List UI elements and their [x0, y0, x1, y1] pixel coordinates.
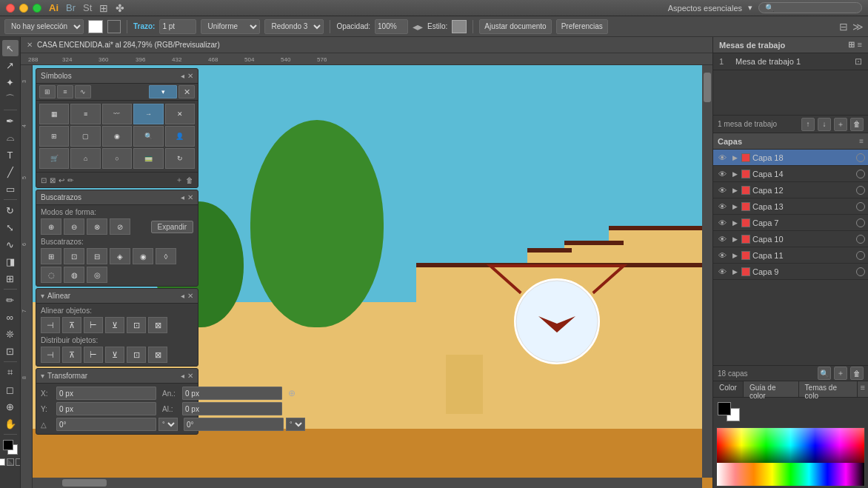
circle-capa7[interactable]	[856, 218, 865, 227]
symbol-1[interactable]: ▦	[39, 104, 69, 124]
sym-place-icon[interactable]: ⊡	[41, 176, 47, 184]
buscatrazos-close-icon[interactable]: ✕	[187, 193, 193, 201]
arrow-capa11[interactable]: ▶	[730, 251, 739, 260]
eye-capa7[interactable]: 👁	[716, 217, 728, 229]
gradient-tool[interactable]: ◨	[2, 253, 19, 270]
symbol-10[interactable]: 👤	[165, 126, 195, 147]
link-icon[interactable]: ⊕	[288, 387, 296, 400]
maximize-button[interactable]	[33, 4, 41, 13]
layer-row-capa13[interactable]: 👁 ▶ Capa 13	[713, 198, 868, 215]
sym-edit-icon[interactable]: ✏	[67, 176, 73, 184]
color-spectrum[interactable]	[716, 427, 865, 487]
artboards-options-icon[interactable]: ≡	[858, 40, 862, 50]
selection-tool[interactable]: ↖	[2, 40, 19, 56]
sym-btn-1[interactable]: ⊞	[39, 85, 56, 98]
symbol-14[interactable]: 🚃	[133, 148, 163, 169]
fill-mode-gradient[interactable]	[7, 458, 14, 466]
buscatrazos-header[interactable]: Buscatrazos ◂ ✕	[36, 190, 198, 205]
workspace-label[interactable]: Aspectos esenciales	[668, 4, 742, 13]
busca-shape-8[interactable]: ◍	[64, 267, 84, 283]
minimize-button[interactable]	[19, 4, 28, 13]
eye-capa18[interactable]: 👁	[716, 152, 728, 164]
arrow-capa10[interactable]: ▶	[730, 235, 739, 244]
symbol-9[interactable]: 🔍	[133, 126, 163, 147]
sym-break-icon[interactable]: ⊠	[50, 176, 56, 184]
align-bottom[interactable]: ⊠	[148, 317, 167, 333]
layers-options-icon[interactable]: ≡	[859, 137, 864, 145]
warp-tool[interactable]: ∿	[2, 236, 19, 253]
hue-bar[interactable]	[717, 463, 864, 486]
fg-color-box[interactable]	[718, 402, 731, 415]
x-input[interactable]	[56, 387, 156, 400]
symbol-15[interactable]: ↻	[165, 148, 195, 169]
arrow-capa14[interactable]: ▶	[730, 170, 739, 178]
eraser-tool[interactable]: ◻	[2, 381, 19, 398]
circle-capa10[interactable]	[856, 235, 865, 244]
dist-1[interactable]: ⊣	[41, 347, 60, 363]
arrow-capa13[interactable]: ▶	[730, 202, 739, 211]
align-top[interactable]: ⊻	[105, 317, 124, 333]
expandir-btn[interactable]: Expandir	[151, 221, 193, 233]
circle-capa18[interactable]	[856, 153, 865, 162]
align-hcenter[interactable]: ⊼	[62, 317, 81, 333]
symbol-8[interactable]: ◉	[102, 126, 132, 147]
symbol-12[interactable]: ⌂	[70, 148, 100, 169]
sym-reset-icon[interactable]: ↩	[59, 176, 64, 184]
layer-row-capa11[interactable]: 👁 ▶ Capa 11	[713, 247, 868, 264]
modo-btn-2[interactable]: ⊖	[64, 218, 84, 235]
estilo-color[interactable]	[452, 20, 467, 33]
canvas-tab-close[interactable]: ✕	[27, 41, 33, 49]
tab-color[interactable]: Color	[713, 381, 744, 397]
layer-row-capa14[interactable]: 👁 ▶ Capa 14	[713, 166, 868, 182]
artboards-sort-icon[interactable]: ⊞	[848, 40, 855, 50]
artboard-delete[interactable]: 🗑	[850, 118, 864, 131]
rectangle-tool[interactable]: ▭	[2, 181, 19, 197]
layer-find-icon[interactable]: 🔍	[818, 367, 831, 380]
eyedropper-tool[interactable]: ✏	[2, 292, 19, 308]
lasso-tool[interactable]: ⌒	[2, 91, 19, 107]
transformar-expand-icon[interactable]: ◂	[181, 372, 184, 380]
symbol-sprayer-tool[interactable]: ❊	[2, 326, 19, 342]
tab-temas[interactable]: Temas de colo	[799, 381, 858, 397]
alinear-collapse-icon[interactable]: ▾	[41, 292, 44, 300]
align-vcenter[interactable]: ⊡	[127, 317, 146, 333]
busca-shape-7[interactable]: ◌	[41, 267, 61, 283]
simbolos-expand-icon[interactable]: ◂	[181, 72, 184, 80]
transformar-close-icon[interactable]: ✕	[187, 372, 193, 380]
dist-5[interactable]: ⊡	[127, 347, 146, 363]
symbol-5[interactable]: ✕	[165, 104, 195, 124]
sym-delete-icon[interactable]: 🗑	[186, 176, 193, 184]
busca-shape-1[interactable]: ⊞	[41, 248, 61, 264]
stroke-style-select[interactable]: Uniforme	[201, 19, 260, 34]
angle1-unit[interactable]: °	[158, 418, 178, 431]
scrollbar-thumb-h[interactable]	[62, 479, 107, 487]
symbol-6[interactable]: ⊞	[39, 126, 69, 147]
artboard-reorder-icon[interactable]: ⊡	[855, 56, 862, 67]
more-options-icon[interactable]: ≫	[852, 21, 864, 33]
layer-row-capa10[interactable]: 👁 ▶ Capa 10	[713, 231, 868, 247]
color-panel-options[interactable]: ≡	[858, 381, 868, 397]
hand-tool[interactable]: ✋	[2, 415, 19, 432]
type-tool[interactable]: T	[2, 147, 19, 163]
rotate-tool[interactable]: ↻	[2, 202, 19, 218]
sym-add-icon[interactable]: ＋	[176, 175, 183, 185]
eye-capa14[interactable]: 👁	[716, 168, 728, 180]
arrow-capa9[interactable]: ▶	[730, 267, 739, 276]
symbol-11[interactable]: 🛒	[39, 148, 69, 169]
layer-row-capa7[interactable]: 👁 ▶ Capa 7	[713, 215, 868, 231]
busca-shape-9[interactable]: ◎	[87, 267, 107, 283]
fill-stroke-indicator[interactable]	[1, 438, 19, 456]
align-right[interactable]: ⊢	[84, 317, 103, 333]
eye-capa11[interactable]: 👁	[716, 250, 728, 261]
angle2-unit[interactable]: °	[286, 418, 305, 431]
direct-selection-tool[interactable]: ↗	[2, 57, 19, 73]
symbol-4-active[interactable]: →	[133, 104, 163, 124]
eye-capa13[interactable]: 👁	[716, 201, 728, 213]
artboard-tool[interactable]: ⊡	[2, 343, 19, 359]
modo-btn-3[interactable]: ⊗	[87, 218, 107, 235]
busca-shape-6[interactable]: ◊	[156, 248, 176, 264]
al-input[interactable]	[182, 402, 282, 415]
dist-2[interactable]: ⊼	[62, 347, 81, 363]
arrow-capa18[interactable]: ▶	[730, 153, 739, 162]
workspace-dropdown-icon[interactable]: ▾	[748, 3, 752, 13]
